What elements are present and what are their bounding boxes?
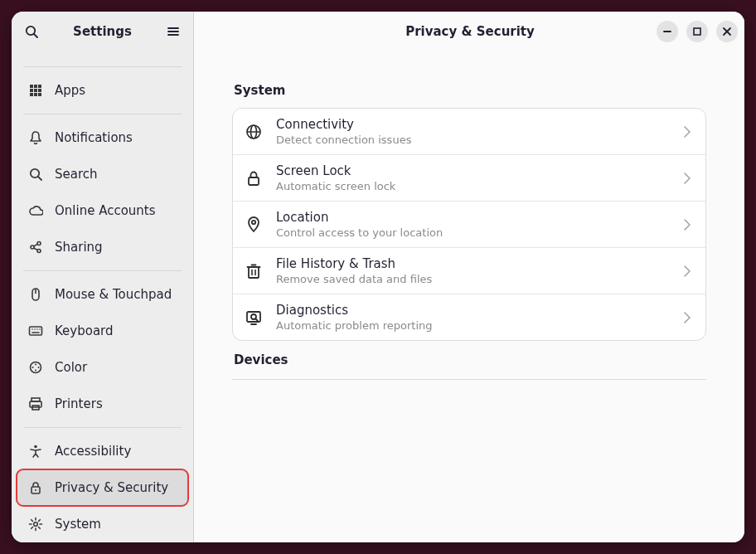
row-subtitle: Remove saved data and files <box>276 273 667 285</box>
close-button[interactable] <box>716 21 738 42</box>
sidebar-item-online-accounts[interactable]: Online Accounts <box>17 192 188 229</box>
cloud-icon <box>28 203 43 218</box>
sidebar-item-privacy-security[interactable]: Privacy & Security <box>17 469 188 506</box>
row-subtitle: Automatic problem reporting <box>276 319 667 332</box>
hamburger-icon <box>166 24 181 39</box>
gear-icon <box>28 517 43 532</box>
section-title-system: System <box>234 83 706 98</box>
share-icon <box>28 240 43 255</box>
section-separator <box>232 379 706 380</box>
sidebar-item-keyboard[interactable]: Keyboard <box>17 313 188 349</box>
sidebar-title: Settings <box>46 24 158 39</box>
row-subtitle: Automatic screen lock <box>276 180 667 192</box>
sidebar-item-label: Mouse & Touchpad <box>55 287 172 302</box>
main-content[interactable]: System Connectivity Detect connection is… <box>194 51 744 542</box>
maximize-icon <box>690 24 705 39</box>
settings-window: Settings Ubuntu Desktop Apps Notificatio… <box>12 12 744 542</box>
sidebar-separator <box>23 114 182 114</box>
lock-privacy-icon <box>28 480 43 495</box>
sidebar-item-label: Printers <box>55 396 103 411</box>
row-connectivity[interactable]: Connectivity Detect connection issues <box>233 109 705 154</box>
sidebar-item-label: System <box>55 517 101 532</box>
minimize-button[interactable] <box>657 21 678 42</box>
printer-icon <box>28 396 43 411</box>
sidebar-item-ubuntu-desktop[interactable]: Ubuntu Desktop <box>17 51 188 61</box>
chevron-right-icon <box>681 124 692 139</box>
page-title: Privacy & Security <box>284 24 657 39</box>
grid-icon <box>28 83 43 98</box>
row-title: Location <box>276 210 667 225</box>
main-header: Privacy & Security <box>194 12 744 51</box>
search-icon <box>28 167 43 182</box>
keyboard-icon <box>28 323 43 338</box>
row-subtitle: Detect connection issues <box>276 134 667 146</box>
lock-icon <box>245 169 263 187</box>
diagnostics-icon <box>245 309 263 327</box>
sidebar-item-system[interactable]: System <box>17 506 188 542</box>
sidebar-item-label: Keyboard <box>55 323 114 338</box>
row-title: File History & Trash <box>276 256 667 271</box>
globe-icon <box>245 123 263 141</box>
row-file-history-trash[interactable]: File History & Trash Remove saved data a… <box>233 247 705 294</box>
sidebar-separator <box>23 66 182 67</box>
section-title-devices: Devices <box>234 352 706 367</box>
row-title: Screen Lock <box>276 163 667 178</box>
sidebar-item-printers[interactable]: Printers <box>17 386 188 422</box>
sidebar-item-apps[interactable]: Apps <box>17 72 188 109</box>
maximize-button[interactable] <box>686 21 708 42</box>
close-icon <box>720 24 734 39</box>
settings-group-system: Connectivity Detect connection issues Sc… <box>232 108 706 341</box>
sidebar-item-label: Accessibility <box>55 444 131 459</box>
minimize-icon <box>660 24 675 39</box>
sidebar-item-label: Color <box>55 360 87 375</box>
chevron-right-icon <box>681 310 692 325</box>
sidebar-item-notifications[interactable]: Notifications <box>17 119 188 156</box>
sidebar: Settings Ubuntu Desktop Apps Notificatio… <box>12 12 194 542</box>
row-diagnostics[interactable]: Diagnostics Automatic problem reporting <box>233 294 705 340</box>
sidebar-list[interactable]: Ubuntu Desktop Apps Notifications Search <box>12 51 193 542</box>
sidebar-header: Settings <box>12 12 193 51</box>
sidebar-item-label: Search <box>55 167 98 182</box>
pin-icon <box>245 216 263 234</box>
color-icon <box>28 360 43 375</box>
sidebar-item-label: Online Accounts <box>55 203 156 218</box>
trash-icon <box>245 262 263 280</box>
mouse-icon <box>28 287 43 302</box>
row-location[interactable]: Location Control access to your location <box>233 201 705 247</box>
bell-icon <box>28 130 43 145</box>
sidebar-search-button[interactable] <box>17 17 46 46</box>
row-title: Connectivity <box>276 117 667 132</box>
sidebar-item-label: Apps <box>55 83 85 98</box>
sidebar-item-label: Privacy & Security <box>55 480 168 495</box>
accessibility-icon <box>28 444 43 459</box>
sidebar-item-mouse-touchpad[interactable]: Mouse & Touchpad <box>17 276 188 313</box>
sidebar-item-search[interactable]: Search <box>17 156 188 192</box>
sidebar-separator <box>23 270 182 271</box>
sidebar-item-sharing[interactable]: Sharing <box>17 229 188 265</box>
chevron-right-icon <box>681 171 692 186</box>
row-subtitle: Control access to your location <box>276 226 667 239</box>
row-title: Diagnostics <box>276 303 667 318</box>
row-screen-lock[interactable]: Screen Lock Automatic screen lock <box>233 154 705 201</box>
search-icon <box>24 24 39 39</box>
sidebar-menu-button[interactable] <box>158 17 188 46</box>
sidebar-separator <box>23 427 182 428</box>
sidebar-item-color[interactable]: Color <box>17 349 188 386</box>
sidebar-item-accessibility[interactable]: Accessibility <box>17 433 188 469</box>
sidebar-item-label: Sharing <box>55 240 103 255</box>
main-panel: Privacy & Security System Connectivity D… <box>194 12 744 542</box>
window-controls <box>657 21 738 42</box>
sidebar-item-label: Notifications <box>55 130 133 145</box>
chevron-right-icon <box>681 217 692 232</box>
chevron-right-icon <box>681 264 692 279</box>
